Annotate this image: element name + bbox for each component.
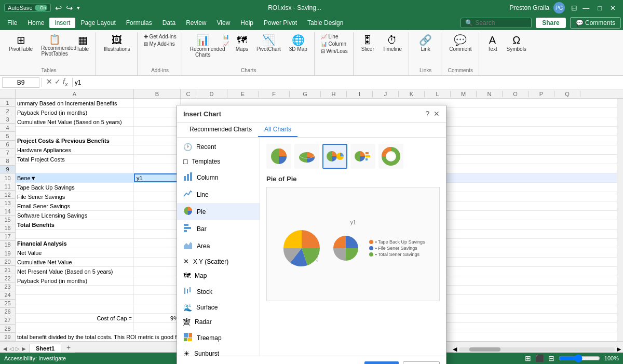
cell-3b[interactable] [134,117,181,126]
menu-power-pivot[interactable]: Power Pivot [259,18,302,28]
name-box[interactable] [2,77,39,88]
ribbon-btn-get-addins[interactable]: ✚ Get Add-ins [142,33,179,40]
cell-16a[interactable]: Financial Analysis [16,239,134,248]
ribbon-btn-illustrations[interactable]: 🖼 Illustrations [100,33,134,53]
autosave-toggle[interactable]: On [35,5,47,11]
menu-review[interactable]: Review [181,18,211,28]
menu-home[interactable]: Home [22,18,49,28]
chart-type-column[interactable]: Column [177,169,260,186]
sheet-nav-right2[interactable]: ▷ [15,345,21,353]
h-scroll-right[interactable]: ▶ [617,346,621,353]
cell-17a[interactable]: Net Value [16,248,134,257]
cell-6a[interactable]: Hardware Appliances [16,145,134,154]
ribbon-btn-my-addins[interactable]: ⊞ My Add-ins [142,41,177,47]
formula-fx-icon[interactable]: fx [63,77,68,87]
cell-7a[interactable]: Total Project Costs [16,155,134,164]
menu-insert[interactable]: Insert [49,18,75,28]
sheet-nav-right[interactable]: ▶ [21,345,27,353]
menu-help[interactable]: Help [235,18,259,28]
cell-24b[interactable]: 9% [134,314,181,322]
undo-btn[interactable]: ↩ [55,3,62,13]
ribbon-btn-recommended-charts[interactable]: 📊 Recommended Charts [186,33,220,59]
chart-type-recent[interactable]: 🕐 Recent [177,140,260,154]
ribbon-btn-line-chart[interactable]: 📈 [221,41,231,47]
col-header-d[interactable]: D [196,89,227,98]
ribbon-btn-column-spark[interactable]: 📊 Column [319,41,348,47]
col-header-a[interactable]: A [16,89,134,98]
search-box[interactable]: 🔍 [461,18,532,28]
cell-22a[interactable] [16,295,134,304]
cell-18a[interactable]: Cumulative Net Value [16,258,134,266]
cell-2b[interactable] [134,108,181,117]
formula-input[interactable] [75,79,621,86]
ribbon-btn-maps[interactable]: 🗺 Maps [232,33,252,53]
ribbon-btn-comment[interactable]: 💬 Comment [445,33,475,53]
chart-type-radar[interactable]: 🕸 Radar [177,315,260,329]
dialog-tab-all[interactable]: All Charts [258,123,297,137]
cell-mode-icon[interactable]: ⊞ [525,354,531,362]
quick-access[interactable]: ▾ [77,5,80,11]
ribbon-btn-timeline[interactable]: ⏱ Timeline [379,33,405,53]
close-btn[interactable]: ✕ [607,3,619,13]
cell-10a[interactable]: Tape Back Up Savings [16,183,134,192]
ribbon-btn-pivottable[interactable]: ⊞ PivotTable [5,33,36,53]
chart-subtype-3d-pie[interactable] [294,144,319,169]
cancel-button[interactable]: Cancel [403,361,440,364]
cell-9a[interactable]: Bene▼ [16,173,134,182]
cell-14a[interactable]: Total Benefits [16,220,134,229]
maximize-btn[interactable]: □ [594,3,605,13]
zoom-slider[interactable] [559,354,600,362]
cell-8a[interactable] [16,164,134,173]
cell-23a[interactable] [16,304,134,313]
ribbon-btn-bar-chart[interactable]: 📊 [221,33,231,40]
menu-data[interactable]: Data [157,18,181,28]
col-header-c[interactable]: C [181,89,196,98]
ribbon-btn-recommended-pivottables[interactable]: 📋 Recommended PivotTables [37,33,72,58]
page-layout-icon[interactable]: ⬛ [535,354,544,362]
redo-btn[interactable]: ↪ [66,3,73,13]
cell-19a[interactable]: Net Present Value (Based on 5 years) [16,267,134,276]
cell-20a[interactable]: Payback Period (in months) [16,276,134,285]
menu-page-layout[interactable]: Page Layout [75,18,120,28]
chart-type-line[interactable]: Line [177,186,260,203]
chart-type-stock[interactable]: Stock [177,283,260,300]
ribbon-display-btn[interactable]: ⊟ [571,4,577,12]
cell-1a[interactable]: ummary Based on Incremental Benefits [16,99,134,107]
ribbon-btn-pivotchart[interactable]: 📉 PivotChart [253,33,285,53]
sheet-tab-sheet1[interactable]: Sheet1 [29,344,61,353]
chart-subtype-pie[interactable] [266,144,291,169]
dialog-tab-recommended[interactable]: Recommended Charts [183,123,258,137]
cell-25a[interactable] [16,323,134,332]
chart-type-sunburst[interactable]: ☀ Sunburst [177,346,260,356]
chart-type-scatter[interactable]: ✕ X Y (Scatter) [177,254,260,268]
sheet-nav-left2[interactable]: ◁ [8,345,15,353]
cell-11a[interactable]: File Sener Savings [16,192,134,201]
search-input[interactable] [475,19,527,26]
chart-type-map[interactable]: 🗺 Map [177,268,260,283]
menu-file[interactable]: File [2,18,22,28]
ribbon-btn-text[interactable]: A Text [483,33,502,53]
cell-24a[interactable]: Cost of Cap = [16,314,134,322]
formula-confirm-icon[interactable]: ✓ [55,77,61,87]
cell-2a[interactable]: Payback Period (in months) [16,108,134,117]
cell-4a[interactable] [16,127,134,136]
cell-12a[interactable]: Email Sener Savings [16,201,134,210]
cell-3a[interactable]: Cumulative Net Value (Based on 5 years) [16,117,134,126]
col-header-b[interactable]: B [134,89,181,98]
chart-type-surface[interactable]: 🌊 Surface [177,300,260,315]
chart-type-bar[interactable]: Bar [177,220,260,237]
ribbon-btn-symbols[interactable]: Ω Symbols [503,33,530,53]
minimize-btn[interactable]: — [579,3,592,13]
h-scrollbar-track[interactable] [459,347,615,352]
comments-button[interactable]: 💬 Comments [570,17,621,29]
sheet-nav-left[interactable]: ◀ [2,345,8,353]
menu-formulas[interactable]: Formulas [121,18,157,28]
v-scrollbar[interactable] [617,99,623,341]
cell-1b[interactable] [134,99,181,107]
add-sheet-button[interactable]: + [62,342,75,353]
page-break-icon[interactable]: ⊟ [548,354,554,362]
cell-15a[interactable] [16,230,134,238]
menu-table-design[interactable]: Table Design [302,18,348,28]
ribbon-btn-slicer[interactable]: 🎛 Slicer [358,33,378,53]
cell-13a[interactable]: Software Licensing Savings [16,211,134,220]
